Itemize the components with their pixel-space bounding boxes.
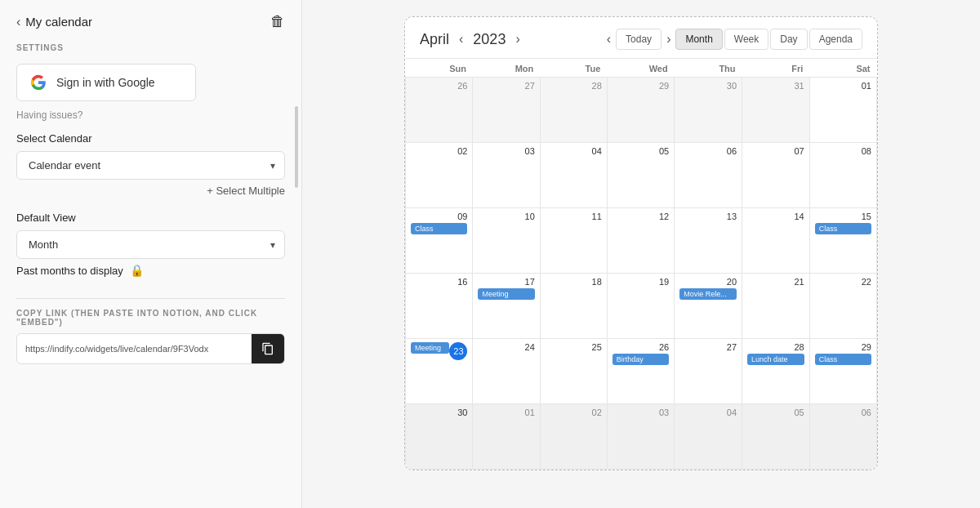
calendar-week: 02030405060708 <box>406 143 877 208</box>
day-header-thu: Thu <box>675 59 742 78</box>
select-multiple-btn[interactable]: + Select Multiple <box>16 185 285 197</box>
calendar-day[interactable]: 01 <box>473 404 540 470</box>
calendar-select-wrapper: Calendar event ▾ <box>16 151 285 180</box>
calendar-day[interactable]: 25 <box>540 339 607 404</box>
calendar-day[interactable]: 05 <box>607 143 674 208</box>
prev-month-button[interactable]: ‹ <box>456 30 466 48</box>
calendar-day[interactable]: 18 <box>540 274 607 339</box>
calendar-day[interactable]: 15Class <box>809 208 876 274</box>
calendar-select[interactable]: Calendar event <box>16 151 285 180</box>
calendar-day[interactable]: 27 <box>675 339 742 404</box>
calendar-container: April ‹ 2023 › ‹ Today › Month Week Day … <box>404 16 878 470</box>
day-header-wed: Wed <box>607 59 674 78</box>
calendar-week: 1617Meeting181920Movie Rele...2122 <box>406 274 877 339</box>
month-view-button[interactable]: Month <box>675 29 722 50</box>
week-view-button[interactable]: Week <box>724 29 768 50</box>
calendar-day[interactable]: 11 <box>540 208 607 274</box>
google-signin-button[interactable]: Sign in with Google <box>16 64 196 101</box>
scroll-indicator <box>295 106 298 188</box>
lock-icon: 🔒 <box>130 264 144 277</box>
calendar-day[interactable]: 06 <box>809 404 876 470</box>
copy-link-row <box>16 333 285 364</box>
calendar-day[interactable]: 19 <box>607 274 674 339</box>
calendar-event[interactable]: Birthday <box>612 354 669 365</box>
calendar-day[interactable]: 02 <box>540 404 607 470</box>
agenda-view-button[interactable]: Agenda <box>809 29 862 50</box>
calendar-day[interactable]: 26Birthday <box>607 339 674 404</box>
calendar-day[interactable]: 26 <box>406 78 473 143</box>
view-buttons: ‹ Today › Month Week Day Agenda <box>604 29 862 50</box>
month-nav: April ‹ 2023 › <box>420 30 523 48</box>
calendar-day[interactable]: 20Movie Rele... <box>675 274 742 339</box>
calendar-day[interactable]: 30 <box>406 404 473 470</box>
calendar-day[interactable]: 17Meeting <box>473 274 540 339</box>
calendar-day[interactable]: 22 <box>809 274 876 339</box>
calendar-day[interactable]: 08 <box>809 143 876 208</box>
back-button[interactable]: ‹ My calendar <box>16 15 92 29</box>
calendar-day[interactable]: 27 <box>473 78 540 143</box>
divider <box>16 298 285 299</box>
calendar-day[interactable]: 24 <box>473 339 540 404</box>
calendar-day[interactable]: 21 <box>742 274 810 339</box>
calendar-event[interactable]: Class <box>815 354 871 365</box>
delete-icon[interactable]: 🗑 <box>270 13 285 30</box>
prev-nav-button[interactable]: ‹ <box>604 30 614 48</box>
calendar-day[interactable]: 28Lunch date <box>742 339 810 404</box>
next-month-button[interactable]: › <box>512 30 523 48</box>
calendar-day[interactable]: 12 <box>607 208 674 274</box>
day-view-button[interactable]: Day <box>770 29 807 50</box>
calendar-day[interactable]: 23Meeting <box>406 339 473 404</box>
sidebar: ‹ My calendar 🗑 SETTINGS Sign in with Go… <box>0 0 302 508</box>
calendar-day[interactable]: 16 <box>406 274 473 339</box>
settings-section-label: SETTINGS <box>16 43 285 52</box>
calendar-event[interactable]: Meeting <box>478 288 534 300</box>
next-nav-button[interactable]: › <box>663 30 674 48</box>
calendar-event[interactable]: Class <box>411 223 467 234</box>
calendar-day[interactable]: 06 <box>675 143 742 208</box>
calendar-header: April ‹ 2023 › ‹ Today › Month Week Day … <box>405 17 877 58</box>
copy-button[interactable] <box>252 334 284 363</box>
calendar-day[interactable]: 29 <box>607 78 674 143</box>
calendar-week: 09Class101112131415Class <box>406 208 877 274</box>
calendar-day[interactable]: 10 <box>473 208 540 274</box>
calendar-year: 2023 <box>473 31 506 48</box>
day-header-sun: Sun <box>406 59 473 78</box>
copy-link-input[interactable] <box>17 336 252 362</box>
calendar-event[interactable]: Movie Rele... <box>679 288 737 300</box>
view-select[interactable]: Month <box>16 230 285 259</box>
calendar-week: 26272829303101 <box>406 78 877 143</box>
sidebar-header: ‹ My calendar 🗑 <box>16 13 285 30</box>
calendar-day[interactable]: 07 <box>742 143 810 208</box>
google-g-icon <box>30 74 47 91</box>
calendar-body: 262728293031010203040506070809Class10111… <box>406 78 877 470</box>
calendar-day[interactable]: 13 <box>675 208 742 274</box>
calendar-day[interactable]: 04 <box>540 143 607 208</box>
calendar-event[interactable]: Meeting <box>411 342 449 354</box>
copy-icon <box>261 342 274 355</box>
calendar-day[interactable]: 04 <box>675 404 742 470</box>
day-header-fri: Fri <box>742 59 810 78</box>
having-issues-link[interactable]: Having issues? <box>16 109 285 121</box>
calendar-week: 30010203040506 <box>406 404 877 470</box>
calendar-day[interactable]: 30 <box>675 78 742 143</box>
calendar-day[interactable]: 28 <box>540 78 607 143</box>
calendar-day[interactable]: 05 <box>742 404 810 470</box>
view-select-wrapper: Month ▾ <box>16 230 285 259</box>
day-header-tue: Tue <box>540 59 607 78</box>
calendar-day[interactable]: 02 <box>406 143 473 208</box>
calendar-day[interactable]: 14 <box>742 208 810 274</box>
calendar-week: 23Meeting242526Birthday2728Lunch date29C… <box>406 339 877 404</box>
sidebar-title: My calendar <box>25 15 92 29</box>
calendar-day[interactable]: 31 <box>742 78 810 143</box>
calendar-event[interactable]: Class <box>815 223 871 234</box>
calendar-day[interactable]: 01 <box>809 78 876 143</box>
calendar-event[interactable]: Lunch date <box>747 354 804 365</box>
calendar-day[interactable]: 03 <box>473 143 540 208</box>
calendar-day[interactable]: 03 <box>607 404 674 470</box>
today-button[interactable]: Today <box>616 29 662 50</box>
chevron-left-icon: ‹ <box>16 15 20 29</box>
calendar-day[interactable]: 29Class <box>809 339 876 404</box>
select-calendar-label: Select Calendar <box>16 132 285 145</box>
calendar-grid: Sun Mon Tue Wed Thu Fri Sat 262728293031… <box>405 58 877 470</box>
calendar-day[interactable]: 09Class <box>406 208 473 274</box>
